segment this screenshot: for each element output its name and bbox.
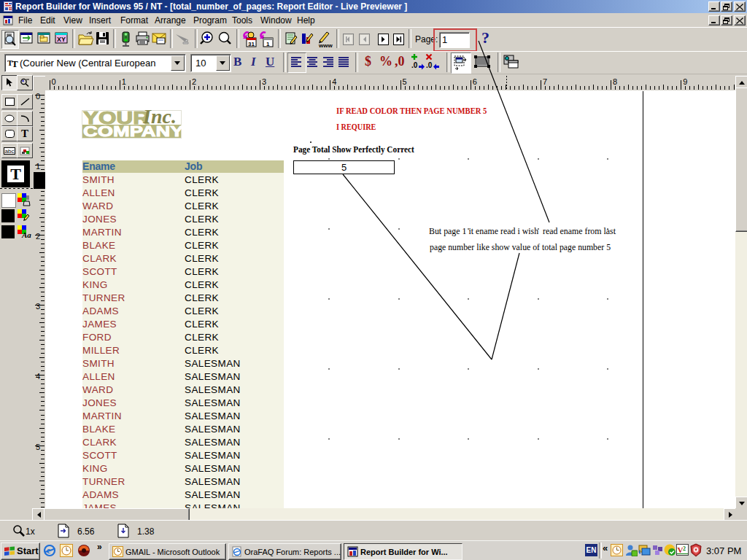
svg-text:.0: .0 (411, 61, 418, 69)
svg-text:31: 31 (248, 41, 255, 47)
svg-text:1: 1 (266, 41, 270, 47)
svg-text:.0: .0 (426, 61, 433, 69)
svg-text:2: 2 (683, 545, 686, 552)
svg-text:T: T (12, 58, 18, 68)
svg-text:Aa: Aa (21, 230, 31, 239)
svg-text:XY: XY (57, 36, 66, 43)
svg-text:www: www (318, 42, 333, 48)
svg-text:e: e (47, 545, 51, 556)
svg-text:abc: abc (5, 148, 15, 155)
